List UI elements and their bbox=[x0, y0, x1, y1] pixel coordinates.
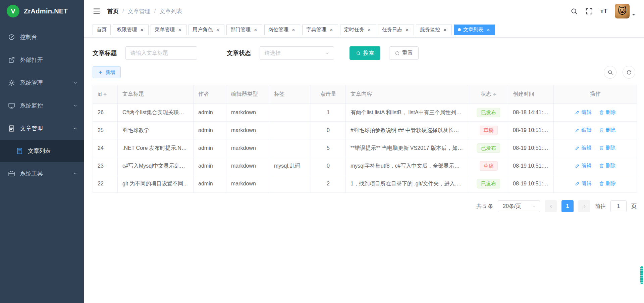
cell bbox=[269, 175, 311, 193]
sidebar-item-dashboard[interactable]: 控制台 bbox=[0, 26, 84, 48]
trash-icon bbox=[599, 110, 604, 115]
sort-carets[interactable] bbox=[493, 91, 496, 97]
edit-button[interactable]: 编辑 bbox=[575, 180, 592, 187]
close-icon[interactable]: × bbox=[367, 27, 372, 33]
collapse-sidebar-icon[interactable] bbox=[93, 7, 101, 15]
cell-created: 08-19 10:51:25 bbox=[508, 157, 554, 175]
breadcrumb-article-manage[interactable]: 文章管理 bbox=[128, 7, 151, 15]
font-size-icon[interactable]: тT bbox=[600, 7, 607, 15]
goto-page-input[interactable] bbox=[610, 200, 627, 212]
tag-item-7[interactable]: 定时任务× bbox=[340, 25, 376, 35]
scrollbar-thumb[interactable] bbox=[640, 266, 643, 284]
breadcrumb: 首页 / 文章管理 / 文章列表 bbox=[107, 7, 182, 15]
active-dot bbox=[458, 28, 461, 31]
close-icon[interactable]: × bbox=[442, 27, 448, 33]
sidebar-item-label: 系统管理 bbox=[20, 79, 68, 87]
page-number-button[interactable]: 1 bbox=[561, 200, 574, 212]
document-icon bbox=[16, 147, 23, 155]
tag-label: 服务监控 bbox=[420, 27, 440, 33]
filter-form: 文章标题 文章状态 请选择 搜索 重置 bbox=[93, 46, 635, 60]
cell: 5 bbox=[311, 139, 346, 157]
search-button[interactable]: 搜索 bbox=[350, 46, 380, 60]
tag-item-0[interactable]: 首页 bbox=[93, 25, 111, 35]
tag-label: 权限管理 bbox=[117, 27, 137, 33]
edit-button[interactable]: 编辑 bbox=[575, 145, 592, 151]
sidebar-item-system-manage[interactable]: 系统管理 bbox=[0, 71, 84, 94]
tag-item-3[interactable]: 用户角色× bbox=[189, 25, 224, 35]
tag-item-8[interactable]: 任务日志× bbox=[378, 25, 414, 35]
add-button[interactable]: 新增 bbox=[93, 66, 121, 78]
tag-item-2[interactable]: 菜单管理× bbox=[151, 25, 186, 35]
prev-page-button[interactable] bbox=[545, 200, 557, 212]
tag-item-10[interactable]: 文章列表× bbox=[454, 25, 495, 35]
close-icon[interactable]: × bbox=[139, 27, 145, 33]
close-icon[interactable]: × bbox=[405, 27, 410, 33]
tag-item-9[interactable]: 服务监控× bbox=[416, 25, 452, 35]
article-status-select[interactable]: 请选择 bbox=[260, 46, 334, 60]
app-logo[interactable]: V ZrAdmin.NET bbox=[0, 0, 84, 22]
arrow-left-icon bbox=[548, 204, 553, 209]
column-header-label: 点击量 bbox=[320, 91, 336, 98]
column-header-0[interactable]: id bbox=[93, 85, 118, 104]
column-header-7[interactable]: 状态 bbox=[469, 85, 508, 104]
delete-label: 删除 bbox=[606, 127, 616, 133]
sidebar-item-system-tools[interactable]: 系统工具 bbox=[0, 162, 84, 185]
close-icon[interactable]: × bbox=[291, 27, 296, 33]
search-icon[interactable] bbox=[570, 7, 578, 15]
close-icon[interactable]: × bbox=[486, 27, 491, 33]
cell: admin bbox=[194, 139, 226, 157]
avatar[interactable]: 🐱 bbox=[615, 4, 630, 18]
sidebar-item-external-open[interactable]: 外部打开 bbox=[0, 48, 84, 71]
cell bbox=[269, 122, 311, 139]
cell-actions: 编辑删除 bbox=[554, 175, 637, 193]
sort-carets[interactable] bbox=[103, 91, 107, 97]
next-page-button[interactable] bbox=[578, 200, 590, 212]
edit-button[interactable]: 编辑 bbox=[575, 127, 592, 133]
tag-item-1[interactable]: 权限管理× bbox=[113, 25, 149, 35]
trash-icon bbox=[599, 145, 604, 150]
delete-button[interactable]: 删除 bbox=[599, 180, 616, 187]
delete-button[interactable]: 删除 bbox=[599, 127, 616, 133]
delete-button[interactable]: 删除 bbox=[599, 145, 616, 151]
sidebar-item-article-manage[interactable]: 文章管理 bbox=[0, 117, 84, 140]
column-header-label: 状态 bbox=[481, 91, 491, 98]
tag-label: 定时任务 bbox=[344, 27, 364, 33]
cell: markdown bbox=[226, 139, 269, 157]
tag-item-4[interactable]: 部门管理× bbox=[226, 25, 262, 35]
column-header-4: 标签 bbox=[269, 85, 311, 104]
sidebar-item-system-monitor[interactable]: 系统监控 bbox=[0, 94, 84, 117]
close-icon[interactable]: × bbox=[253, 27, 258, 33]
toolbox-icon bbox=[8, 170, 15, 177]
trash-icon bbox=[599, 128, 604, 133]
external-link-icon bbox=[8, 56, 15, 63]
tag-label: 字典管理 bbox=[306, 27, 326, 33]
tag-item-5[interactable]: 岗位管理× bbox=[264, 25, 300, 35]
fullscreen-icon[interactable] bbox=[585, 7, 593, 15]
cell-created: 08-19 10:51:27 bbox=[508, 139, 554, 157]
logo-icon: V bbox=[7, 5, 19, 17]
close-icon[interactable]: × bbox=[215, 27, 220, 33]
user-dropdown[interactable]: 🐱 bbox=[615, 4, 635, 18]
delete-label: 删除 bbox=[606, 109, 616, 116]
close-icon[interactable]: × bbox=[177, 27, 182, 33]
cell: admin bbox=[194, 175, 226, 193]
sidebar-item-article-list[interactable]: 文章列表 bbox=[0, 140, 84, 162]
page-size-select[interactable]: 20条/页 bbox=[498, 200, 540, 212]
edit-button[interactable]: 编辑 bbox=[575, 109, 592, 116]
delete-button[interactable]: 删除 bbox=[599, 109, 616, 116]
article-title-input[interactable] bbox=[125, 46, 197, 60]
close-icon[interactable]: × bbox=[329, 27, 334, 33]
cell: 2 bbox=[311, 175, 346, 193]
toggle-search-button[interactable] bbox=[604, 66, 616, 79]
tag-label: 用户角色 bbox=[193, 27, 213, 33]
tag-label: 任务日志 bbox=[382, 27, 402, 33]
plus-icon bbox=[98, 70, 103, 75]
tag-item-6[interactable]: 字典管理× bbox=[302, 25, 338, 35]
refresh-table-button[interactable] bbox=[623, 66, 635, 79]
breadcrumb-home[interactable]: 首页 bbox=[107, 7, 119, 15]
reset-button[interactable]: 重置 bbox=[389, 46, 419, 60]
edit-button[interactable]: 编辑 bbox=[575, 163, 592, 169]
cell: 26 bbox=[93, 104, 118, 122]
delete-button[interactable]: 删除 bbox=[599, 163, 616, 169]
cell-created: 08-19 10:51:22 bbox=[508, 175, 554, 193]
